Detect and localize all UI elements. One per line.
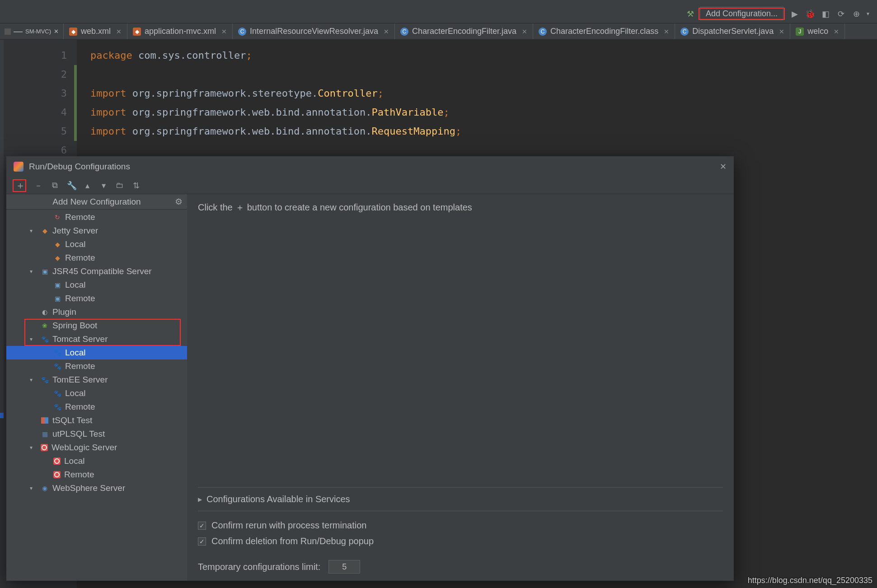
tree-node-local[interactable]: ▣Local xyxy=(6,278,187,292)
tab-label: welco xyxy=(807,27,828,36)
tree-node-label: tSQLt Test xyxy=(52,415,92,425)
tree-node-label: Plugin xyxy=(52,307,76,317)
chevron-icon: ▾ xyxy=(30,444,37,451)
editor-tab[interactable]: CCharacterEncodingFilter.class✕ xyxy=(533,23,675,39)
temp-limit-input[interactable] xyxy=(328,560,360,574)
coverage-icon[interactable]: ◧ xyxy=(820,9,831,19)
confirm-delete-row[interactable]: ✓ Confirm deletion from Run/Debug popup xyxy=(198,533,723,549)
intellij-icon xyxy=(14,162,23,172)
add-icon[interactable]: ＋ xyxy=(15,179,23,192)
tree-node-label: Tomcat Server xyxy=(52,334,108,344)
folder-icon[interactable]: 🗀 xyxy=(116,181,124,190)
class-file-icon: C xyxy=(539,28,547,36)
editor-tab[interactable]: CInternalResourceViewResolver.java✕ xyxy=(233,23,395,39)
tree-node-utplsql-test[interactable]: ▦utPLSQL Test xyxy=(6,427,187,441)
close-icon[interactable]: ✕ xyxy=(116,28,122,35)
tree-node-tsqlt-test[interactable]: tSQLt Test xyxy=(6,414,187,427)
ws-icon: ◉ xyxy=(41,484,49,492)
tree-node-label: Local xyxy=(65,388,85,398)
close-icon[interactable]: ✕ xyxy=(221,28,227,35)
tree-node-jetty-server[interactable]: ▾◆Jetty Server xyxy=(6,224,187,238)
tree-node-tomee-server[interactable]: ▾🐾TomEE Server xyxy=(6,373,187,387)
tree-node-local[interactable]: 🐾Local xyxy=(6,346,187,359)
tree-node-local[interactable]: 🐾Local xyxy=(6,387,187,400)
tab-label: CharacterEncodingFilter.class xyxy=(550,27,658,36)
close-icon[interactable]: ✕ xyxy=(522,28,527,35)
services-section[interactable]: ▶ Configurations Available in Services xyxy=(198,487,723,511)
tree-node-label: Local xyxy=(64,456,84,466)
close-icon[interactable]: ✕ xyxy=(779,28,784,35)
more-run-icon[interactable]: ⊕▼ xyxy=(851,9,873,19)
tree-node-remote[interactable]: 🐾Remote xyxy=(6,359,187,373)
tree-node-spring-boot[interactable]: ❀Spring Boot xyxy=(6,319,187,332)
checkbox-checked-icon[interactable]: ✓ xyxy=(198,537,206,546)
hint-plus-icon: ＋ xyxy=(235,201,244,214)
sort-icon[interactable]: ⇅ xyxy=(132,181,140,191)
tree-node-weblogic-server[interactable]: ▾WebLogic Server xyxy=(6,441,187,454)
editor-tab[interactable]: ◆application-mvc.xml✕ xyxy=(127,23,233,39)
dialog-close-icon[interactable]: ✕ xyxy=(720,162,727,172)
tab-label: InternalResourceViewResolver.java xyxy=(250,27,378,36)
left-tool-active xyxy=(0,413,4,418)
tree-node-label: Remote xyxy=(65,402,95,412)
tomcat-icon: 🐾 xyxy=(53,349,61,357)
tree-node-remote[interactable]: ↻Remote xyxy=(6,210,187,224)
tree-node-label: Local xyxy=(65,239,85,249)
empty-hint: Click the ＋ button to create a new confi… xyxy=(198,201,723,214)
tsq-icon xyxy=(41,416,49,425)
editor-tab[interactable]: Jwelco✕ xyxy=(790,23,845,39)
wrench-icon[interactable]: 🔧 xyxy=(67,181,75,191)
close-icon[interactable]: ✕ xyxy=(384,28,389,35)
config-tree[interactable]: ↻Remote▾◆Jetty Server◆Local◆Remote▾▣JSR4… xyxy=(6,210,187,581)
tool-window-tab[interactable]: — SM-MVC) ✕ xyxy=(0,23,64,39)
dialog-toolbar: ＋ － ⧉ 🔧 ▴ ▾ 🗀 ⇅ xyxy=(6,177,734,194)
tree-node-local[interactable]: ◆Local xyxy=(6,238,187,251)
close-icon[interactable]: ✕ xyxy=(54,28,59,35)
main-toolbar: ⚒ Add Configuration... ▶ 🐞 ◧ ⟳ ⊕▼ xyxy=(0,5,877,23)
add-configuration-button[interactable]: Add Configuration... xyxy=(700,7,783,20)
tree-node-websphere-server[interactable]: ▾◉WebSphere Server xyxy=(6,481,187,495)
confirm-delete-label: Confirm deletion from Run/Debug popup xyxy=(211,536,374,546)
run-icon[interactable]: ▶ xyxy=(789,9,800,19)
down-icon[interactable]: ▾ xyxy=(99,181,108,191)
tab-label: web.xml xyxy=(81,27,111,36)
tool-window-label: SM-MVC) xyxy=(25,28,51,35)
close-icon[interactable]: ✕ xyxy=(834,28,839,35)
temp-limit-label: Temporary configurations limit: xyxy=(198,562,320,572)
ut-icon: ▦ xyxy=(41,430,49,438)
tree-node-remote[interactable]: Remote xyxy=(6,468,187,481)
confirm-rerun-row[interactable]: ✓ Confirm rerun with process termination xyxy=(198,518,723,533)
tree-node-label: Jetty Server xyxy=(52,226,98,236)
up-icon[interactable]: ▴ xyxy=(83,181,91,191)
tree-node-plugin[interactable]: ◐Plugin xyxy=(6,305,187,319)
tree-node-local[interactable]: Local xyxy=(6,454,187,468)
tree-node-label: Local xyxy=(65,280,85,290)
remove-icon[interactable]: － xyxy=(34,180,42,191)
chevron-icon: ▾ xyxy=(30,228,37,234)
debug-icon[interactable]: 🐞 xyxy=(805,9,816,19)
tree-node-label: Remote xyxy=(65,361,95,371)
chevron-icon: ▾ xyxy=(30,268,37,275)
copy-icon[interactable]: ⧉ xyxy=(51,181,59,190)
tree-node-remote[interactable]: ▣Remote xyxy=(6,292,187,305)
wl-icon xyxy=(53,457,61,465)
add-config-plus-highlight: ＋ xyxy=(13,179,26,192)
spring-icon: ❀ xyxy=(41,322,49,330)
editor-tab[interactable]: CCharacterEncodingFilter.java✕ xyxy=(395,23,533,39)
profiler-icon[interactable]: ⟳ xyxy=(835,9,846,19)
confirm-rerun-label: Confirm rerun with process termination xyxy=(211,520,366,531)
tree-node-jsr45-compatible-server[interactable]: ▾▣JSR45 Compatible Server xyxy=(6,265,187,278)
editor-tab[interactable]: CDispatcherServlet.java✕ xyxy=(675,23,790,39)
close-icon[interactable]: ✕ xyxy=(664,28,669,35)
plugin-icon: ◐ xyxy=(41,308,49,316)
jsr-icon: ▣ xyxy=(53,281,61,289)
tree-node-remote[interactable]: 🐾Remote xyxy=(6,400,187,414)
tree-node-remote[interactable]: ◆Remote xyxy=(6,251,187,265)
build-icon[interactable]: ⚒ xyxy=(687,9,694,19)
editor-tab[interactable]: ◆web.xml✕ xyxy=(64,23,127,39)
checkbox-checked-icon[interactable]: ✓ xyxy=(198,522,206,530)
tree-settings-icon[interactable]: ⚙ xyxy=(175,196,183,207)
run-debug-dialog: Run/Debug Configurations ✕ ＋ － ⧉ 🔧 ▴ ▾ 🗀… xyxy=(6,156,734,581)
editor-tab-bar: — SM-MVC) ✕ ◆web.xml✕◆application-mvc.xm… xyxy=(0,23,877,40)
tree-node-tomcat-server[interactable]: ▾🐾Tomcat Server xyxy=(6,332,187,346)
